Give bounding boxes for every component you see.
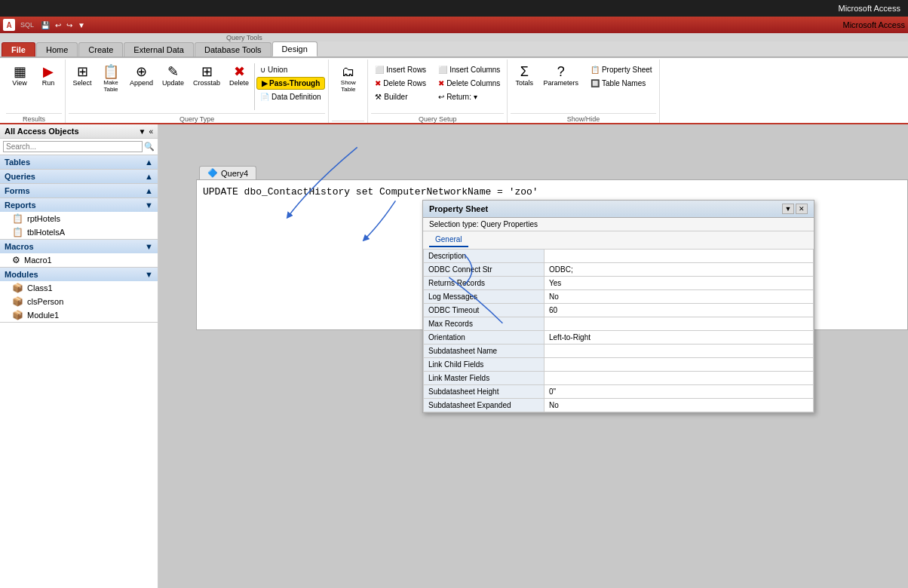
parameters-button[interactable]: ? Parameters [539,62,582,90]
data-definition-button[interactable]: 📄 Data Definition [256,90,325,103]
quick-access-dropdown[interactable]: ▼ [76,20,87,30]
modules-section-header[interactable]: Modules ▼ [0,268,158,281]
run-button[interactable]: ▶ Run [35,62,62,90]
search-box: 🔍 [0,139,158,155]
property-row[interactable]: Description [424,250,814,263]
tab-database-tools[interactable]: Database Tools [195,42,271,57]
property-label: Subdatasheet Name [424,345,544,358]
sidebar-item-rpthotels[interactable]: 📋 rptHotels [0,212,158,225]
table-names-button[interactable]: 🔲 Table Names [587,77,656,90]
save-quick-btn[interactable]: 💾 [39,20,51,30]
sidebar-section-forms: Forms ▲ [0,184,158,198]
macros-section-header[interactable]: Macros ▼ [0,240,158,253]
property-row[interactable]: ODBC Timeout60 [424,304,814,317]
app-title: Microsoft Access [838,4,900,13]
ps-general-tab[interactable]: General [429,233,468,247]
ribbon-show-table-section: 🗂 ShowTable [329,60,368,123]
tab-external-data[interactable]: External Data [124,42,194,57]
module1-icon: 📦 [12,310,23,320]
property-row[interactable]: Max Records [424,317,814,331]
property-sheet-button[interactable]: 📋 Property Sheet [587,63,656,76]
app-icon: A [3,19,15,31]
append-icon: ⊕ [136,65,147,78]
property-row[interactable]: Link Child Fields [424,358,814,372]
search-input[interactable] [3,141,143,152]
delete-columns-button[interactable]: ✖ Delete Columns [434,77,504,90]
pass-through-button[interactable]: ▶ Pass-Through [256,77,325,90]
tables-section-header[interactable]: Tables ▲ [0,155,158,169]
builder-button[interactable]: ⚒ Builder [371,90,430,103]
delete-rows-button[interactable]: ✖ Delete Rows [371,77,430,90]
totals-button[interactable]: Σ Totals [511,62,538,90]
property-row[interactable]: Subdatasheet ExpandedNo [424,399,814,412]
crosstab-button[interactable]: ⊞ Crosstab [189,62,224,90]
module1-label: Module1 [27,311,59,320]
union-icon: ∪ [260,66,265,74]
property-row[interactable]: Link Master Fields [424,372,814,385]
update-button[interactable]: ✎ Update [158,62,188,90]
sidebar-section-queries: Queries ▲ [0,170,158,184]
property-row[interactable]: Returns RecordsYes [424,277,814,290]
sidebar-item-module1[interactable]: 📦 Module1 [0,308,158,322]
tab-home[interactable]: Home [36,42,78,57]
property-value[interactable]: No [544,290,814,304]
modules-expand-icon: ▼ [145,270,153,279]
results-label: Results [6,113,62,123]
sidebar-collapse-btn[interactable]: « [149,127,153,136]
property-value[interactable] [544,250,814,263]
forms-section-header[interactable]: Forms ▲ [0,184,158,198]
append-button[interactable]: ⊕ Append [126,62,157,90]
redo-btn[interactable]: ↪ [65,20,74,30]
title-bar: Microsoft Access [0,0,908,17]
view-icon: ▦ [14,65,26,78]
property-value[interactable] [544,358,814,372]
property-value[interactable]: 0" [544,385,814,399]
macro1-icon: ⚙ [12,255,20,265]
property-row[interactable]: Subdatasheet Height0" [424,385,814,399]
make-table-button[interactable]: 📋 MakeTable [97,62,124,96]
show-table-button[interactable]: 🗂 ShowTable [332,62,364,96]
property-row[interactable]: Log MessagesNo [424,290,814,304]
property-value[interactable]: Left-to-Right [544,331,814,345]
reports-section-header[interactable]: Reports ▼ [0,198,158,212]
property-value[interactable] [544,345,814,358]
tab-file[interactable]: File [2,42,35,57]
property-sheet-dropdown-btn[interactable]: ▼ [782,204,794,214]
property-value[interactable] [544,372,814,385]
property-sheet-close-btn[interactable]: ✕ [796,204,808,214]
property-value[interactable] [544,317,814,331]
property-label: ODBC Connect Str [424,263,544,277]
property-row[interactable]: ODBC Connect StrODBC; [424,263,814,277]
property-row[interactable]: Subdatasheet Name [424,345,814,358]
queries-section-header[interactable]: Queries ▲ [0,170,158,183]
insert-rows-button[interactable]: ⬜ Insert Rows [371,63,430,76]
query4-label: Query4 [221,169,248,178]
tab-create[interactable]: Create [78,42,123,57]
return-button[interactable]: ↩ Return: ▾ [434,90,504,103]
union-button[interactable]: ∪ Union [256,63,325,76]
search-icon: 🔍 [144,142,155,152]
property-value[interactable]: Yes [544,277,814,290]
sidebar-item-class1[interactable]: 📦 Class1 [0,281,158,295]
undo-btn[interactable]: ↩ [54,20,63,30]
delete-button[interactable]: ✖ Delete [225,62,253,90]
select-button[interactable]: ⊞ Select [69,62,96,90]
sidebar-sort-btn[interactable]: ▼ [139,127,146,136]
sidebar-section-reports: Reports ▼ 📋 rptHotels 📋 tblHotelsA [0,198,158,240]
query4-tab[interactable]: 🔷 Query4 [199,166,256,179]
sidebar-header: All Access Objects ▼ « [0,124,158,139]
property-value[interactable]: No [544,399,814,412]
view-button[interactable]: ▦ View [6,62,33,90]
clsperson-label: clsPerson [27,297,63,306]
property-value[interactable]: ODBC; [544,263,814,277]
property-row[interactable]: OrientationLeft-to-Right [424,331,814,345]
property-label: ODBC Timeout [424,304,544,317]
sidebar-item-clsperson[interactable]: 📦 clsPerson [0,295,158,308]
delete-cols-icon: ✖ [438,79,444,87]
tab-design[interactable]: Design [272,41,317,57]
insert-columns-button[interactable]: ⬜ Insert Columns [434,63,504,76]
sidebar-item-macro1[interactable]: ⚙ Macro1 [0,253,158,267]
sidebar-item-tblhotelsa[interactable]: 📋 tblHotelsA [0,225,158,239]
property-value[interactable]: 60 [544,304,814,317]
parameters-icon: ? [557,65,565,78]
